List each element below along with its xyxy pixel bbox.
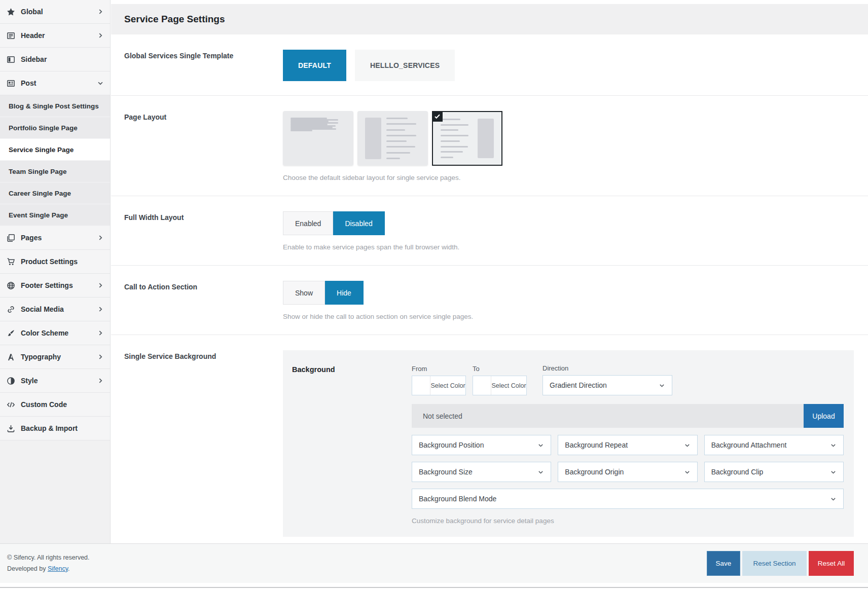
background-attachment-select[interactable]: Background Attachment (704, 435, 844, 455)
chevron-down-icon (830, 496, 837, 502)
background-image-field[interactable]: Not selected (412, 404, 804, 428)
from-label: From (412, 365, 466, 373)
sidebar-item-custom-code[interactable]: Custom Code (0, 393, 110, 417)
post-submenu: Blog & Single Post Settings Portfolio Si… (0, 95, 110, 226)
background-size-select[interactable]: Background Size (412, 462, 551, 482)
chevron-right-icon (97, 32, 104, 39)
sidebar-item-label: Footer Settings (21, 281, 97, 289)
sidebar-subitem-team-single-page[interactable]: Team Single Page (0, 161, 110, 182)
chevron-down-icon (830, 442, 837, 449)
sidebar-item-label: Product Settings (21, 257, 97, 266)
settings-footer: © Sifency. All rights reserved. Develope… (0, 543, 868, 583)
reset-all-button[interactable]: Reset All (809, 551, 854, 576)
select-value: Background Position (419, 441, 484, 449)
contrast-icon (7, 377, 15, 385)
selected-check-icon (432, 111, 443, 122)
sidebar-item-color-scheme[interactable]: Color Scheme (0, 321, 110, 345)
sidebar-icon (7, 55, 15, 64)
sidebar-subitem-blog-single-post[interactable]: Blog & Single Post Settings (0, 95, 110, 117)
template-option-default[interactable]: DEFAULT (283, 50, 346, 81)
code-icon (7, 400, 15, 409)
full-width-disabled-option[interactable]: Disabled (333, 211, 384, 235)
upload-button[interactable]: Upload (804, 404, 844, 428)
chevron-down-icon (684, 469, 691, 475)
sidebar-item-label: Pages (21, 234, 97, 242)
section-label: Page Layout (124, 111, 283, 181)
chevron-down-icon (659, 382, 665, 389)
sidebar-subitem-portfolio-single-page[interactable]: Portfolio Single Page (0, 117, 110, 139)
link-icon (7, 305, 15, 314)
cta-hide-option[interactable]: Hide (325, 281, 364, 305)
background-blend-mode-select[interactable]: Background Blend Mode (412, 489, 844, 509)
upload-placeholder: Not selected (423, 412, 462, 420)
cta-show-option[interactable]: Show (283, 281, 325, 305)
developer-link[interactable]: Sifency (48, 565, 68, 572)
copyright: © Sifency. All rights reserved. Develope… (7, 552, 90, 574)
select-value: Background Repeat (565, 441, 628, 449)
background-panel: Background From Select Color (283, 350, 854, 537)
template-option-helllo-services[interactable]: HELLLO_SERVICES (355, 50, 455, 81)
background-position-select[interactable]: Background Position (412, 435, 551, 455)
layout-option-right-sidebar[interactable] (432, 111, 502, 166)
select-value: Background Origin (565, 468, 624, 476)
copyright-line: © Sifency. All rights reserved. (7, 552, 90, 563)
sidebar-item-typography[interactable]: Typography (0, 345, 110, 369)
section-template: Global Services Single Template DEFAULT … (111, 34, 868, 96)
layout-option-left-sidebar[interactable] (357, 111, 428, 166)
layout-option-full-width[interactable] (283, 111, 353, 166)
full-width-enabled-option[interactable]: Enabled (283, 211, 333, 235)
sidebar-item-pages[interactable]: Pages (0, 226, 110, 250)
settings-main: Service Page Settings Global Services Si… (111, 0, 868, 543)
chevron-right-icon (97, 8, 104, 15)
sidebar-item-sidebar[interactable]: Sidebar (0, 48, 110, 71)
section-label: Full Width Layout (124, 211, 283, 251)
background-origin-select[interactable]: Background Origin (558, 462, 697, 482)
sidebar-item-post[interactable]: Post (0, 71, 110, 95)
sidebar-subitem-career-single-page[interactable]: Career Single Page (0, 182, 110, 204)
subitem-label: Blog & Single Post Settings (9, 102, 99, 110)
sidebar-item-backup-import[interactable]: Backup & Import (0, 417, 110, 440)
sidebar-item-footer-settings[interactable]: Footer Settings (0, 274, 110, 298)
subitem-label: Portfolio Single Page (9, 124, 78, 132)
select-color-label: Select Color (491, 376, 526, 395)
star-icon (7, 8, 15, 16)
bottom-divider (0, 587, 868, 588)
post-icon (7, 79, 15, 88)
chevron-down-icon (537, 442, 544, 449)
select-color-label: Select Color (430, 376, 465, 395)
section-background: Single Service Background Background Fro… (111, 335, 868, 543)
sidebar-item-label: Header (21, 31, 97, 40)
select-value: Background Size (419, 468, 473, 476)
sidebar-item-global[interactable]: Global (0, 0, 110, 24)
chevron-right-icon (97, 234, 104, 241)
sidebar-item-social-media[interactable]: Social Media (0, 298, 110, 321)
subitem-label: Service Single Page (9, 146, 74, 154)
background-help: Customize background for service detail … (412, 517, 844, 525)
brush-icon (7, 329, 15, 338)
sidebar-item-header[interactable]: Header (0, 24, 110, 48)
background-repeat-select[interactable]: Background Repeat (558, 435, 697, 455)
gradient-direction-select[interactable]: Gradient Direction (542, 375, 672, 395)
gradient-to-color-picker[interactable]: Select Color (473, 376, 527, 395)
typography-icon (7, 353, 15, 361)
header-icon (7, 31, 15, 40)
sidebar-subitem-event-single-page[interactable]: Event Single Page (0, 204, 110, 226)
subitem-label: Team Single Page (9, 168, 67, 175)
sidebar-item-label: Color Scheme (21, 329, 97, 337)
reset-section-button[interactable]: Reset Section (742, 551, 807, 576)
cta-toggle: Show Hide (283, 281, 364, 305)
sidebar-item-label: Typography (21, 353, 97, 361)
chevron-down-icon (97, 80, 104, 87)
gradient-from-color-picker[interactable]: Select Color (412, 376, 466, 395)
section-label: Call to Action Section (124, 281, 283, 320)
sidebar-subitem-service-single-page[interactable]: Service Single Page (0, 139, 110, 161)
settings-sidebar: Global Header Sidebar Post (0, 0, 111, 543)
globe-icon (7, 281, 15, 290)
background-clip-select[interactable]: Background Clip (704, 462, 844, 482)
sidebar-item-style[interactable]: Style (0, 369, 110, 393)
save-button[interactable]: Save (707, 551, 740, 576)
chevron-right-icon (97, 353, 104, 360)
full-width-toggle: Enabled Disabled (283, 211, 385, 235)
sidebar-item-label: Custom Code (21, 400, 97, 409)
sidebar-item-product-settings[interactable]: Product Settings (0, 250, 110, 274)
